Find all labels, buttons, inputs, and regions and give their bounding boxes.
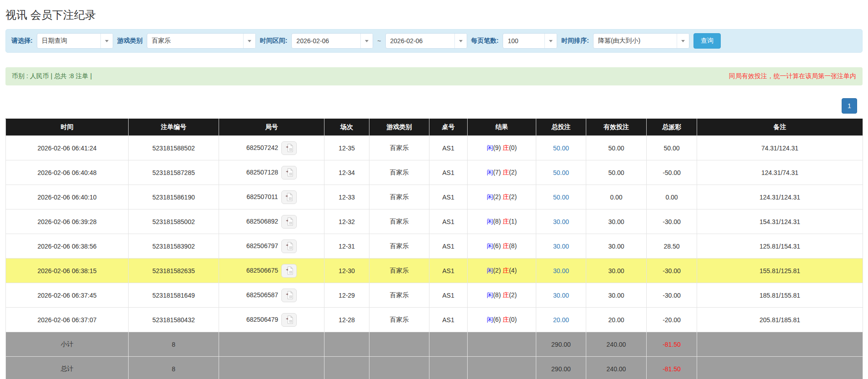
table-no-cell: AS1 [429, 259, 468, 283]
video-replay-button[interactable] [281, 313, 297, 327]
summary-payout-cell: -81.50 [647, 332, 697, 357]
summary-empty-result [468, 332, 536, 357]
summary-empty-table [429, 357, 468, 379]
table-row: 2026-02-06 06:38:15523181582635682506675… [6, 259, 863, 283]
session-cell: 12-28 [324, 308, 369, 332]
result-banker-count: (1) [509, 218, 517, 225]
video-replay-button[interactable] [281, 264, 297, 278]
video-replay-icon [285, 144, 293, 152]
time-cell: 2026-02-06 06:38:56 [6, 234, 129, 259]
summary-note-cell [697, 357, 863, 379]
page-size-value: 100 [503, 34, 544, 48]
result-banker-count: (2) [509, 193, 517, 200]
result-banker: 庄 [503, 316, 509, 323]
page-1-button[interactable]: 1 [842, 98, 857, 114]
video-replay-button[interactable] [281, 141, 297, 155]
total-bet-link[interactable]: 30.00 [553, 267, 569, 274]
search-button[interactable]: 查询 [693, 33, 721, 49]
total-bet-link[interactable]: 20.00 [553, 316, 569, 324]
chevron-down-icon[interactable] [544, 34, 557, 48]
summary-valid-bet-cell: 240.00 [586, 332, 647, 357]
round-cell: 682506587 [219, 283, 324, 308]
result-player-count: (8) [493, 218, 503, 225]
query-type-select[interactable]: 日期查询 [37, 33, 113, 49]
payout-cell: -20.00 [647, 308, 697, 332]
page-size-label: 每页笔数: [471, 37, 499, 45]
result-cell: 闲(6) 庄(8) [468, 234, 536, 259]
page-size-select[interactable]: 100 [503, 33, 557, 49]
result-banker-count: (4) [509, 267, 517, 274]
column-header-3: 场次 [324, 119, 369, 136]
round-cell: 682507128 [219, 160, 324, 185]
video-replay-button[interactable] [281, 239, 297, 253]
result-player-count: (9) [493, 144, 503, 151]
result-banker-count: (0) [509, 144, 517, 151]
note-cell: 155.81/125.81 [697, 259, 863, 283]
round-id: 682506797 [246, 242, 278, 249]
game-type-value: 百家乐 [147, 34, 243, 48]
result-banker: 庄 [503, 193, 509, 200]
total-bet-link[interactable]: 50.00 [553, 169, 569, 176]
date-to-select[interactable]: 2026-02-06 [385, 33, 467, 49]
total-bet-link[interactable]: 50.00 [553, 145, 569, 152]
summary-bar: 币别 : 人民币 | 总共 :8 注单 | 同局有效投注，统一计算在该局第一张注… [5, 67, 863, 85]
table-no-cell: AS1 [429, 160, 468, 185]
total-bet-cell: 50.00 [536, 160, 586, 185]
result-banker: 庄 [503, 169, 509, 176]
note-cell: 124.31/124.31 [697, 185, 863, 209]
payout-cell: -30.00 [647, 283, 697, 308]
result-player-count: (6) [493, 316, 503, 323]
video-replay-button[interactable] [281, 215, 297, 229]
table-no-cell: AS1 [429, 234, 468, 259]
result-cell: 闲(6) 庄(0) [468, 308, 536, 332]
result-banker-count: (2) [509, 291, 517, 299]
date-from-select[interactable]: 2026-02-06 [291, 33, 373, 49]
column-header-0: 时间 [6, 119, 129, 136]
result-banker: 庄 [503, 242, 509, 249]
game-type-label: 游戏类别 [117, 37, 143, 45]
note-cell: 205.81/185.81 [697, 308, 863, 332]
table-row: 2026-02-06 06:37:07523181580432682506479… [6, 308, 863, 332]
payout-cell: 28.50 [647, 234, 697, 259]
valid-bet-cell: 30.00 [586, 234, 647, 259]
video-replay-button[interactable] [281, 166, 297, 180]
sort-order-value: 降冪(由大到小) [594, 34, 677, 48]
result-cell: 闲(2) 庄(2) [468, 185, 536, 209]
chevron-down-icon[interactable] [677, 34, 689, 48]
column-header-7: 总投注 [536, 119, 586, 136]
video-replay-icon [285, 168, 293, 177]
total-bet-link[interactable]: 30.00 [553, 292, 569, 299]
round-id: 682506675 [246, 266, 278, 274]
session-cell: 12-31 [324, 234, 369, 259]
total-bet-link[interactable]: 50.00 [553, 194, 569, 201]
summary-empty-round [219, 332, 324, 357]
time-cell: 2026-02-06 06:37:45 [6, 283, 129, 308]
result-banker-count: (2) [509, 169, 517, 176]
sort-order-select[interactable]: 降冪(由大到小) [593, 33, 689, 49]
page: 视讯 会员下注纪录 请选择: 日期查询 游戏类别 百家乐 时间区间: 2026-… [0, 7, 868, 379]
valid-bet-note: 同局有效投注，统一计算在该局第一张注单内 [729, 72, 856, 80]
chevron-down-icon[interactable] [360, 34, 373, 48]
total-bet-link[interactable]: 30.00 [553, 218, 569, 225]
time-cell: 2026-02-06 06:39:28 [6, 209, 129, 234]
chevron-down-icon[interactable] [454, 34, 467, 48]
chevron-down-icon[interactable] [243, 34, 255, 48]
summary-row: 总计8290.00240.00-81.50 [6, 357, 863, 379]
result-player: 闲 [487, 316, 493, 323]
summary-label-cell: 总计 [6, 357, 129, 379]
chevron-down-icon[interactable] [100, 34, 113, 48]
video-replay-icon [285, 266, 293, 275]
pagination-top: 1 [0, 98, 857, 114]
video-replay-button[interactable] [281, 289, 297, 302]
game-type-select[interactable]: 百家乐 [147, 33, 256, 49]
table-row: 2026-02-06 06:39:28523181585002682506892… [6, 209, 863, 234]
video-replay-button[interactable] [281, 190, 297, 204]
result-player: 闲 [487, 169, 493, 176]
video-replay-icon [285, 193, 293, 201]
total-bet-cell: 30.00 [536, 283, 586, 308]
summary-total-bet-cell: 290.00 [536, 357, 586, 379]
game-type-cell: 百家乐 [369, 160, 429, 185]
select-type-label: 请选择: [11, 37, 33, 45]
time-cell: 2026-02-06 06:40:48 [6, 160, 129, 185]
total-bet-link[interactable]: 30.00 [553, 243, 569, 250]
